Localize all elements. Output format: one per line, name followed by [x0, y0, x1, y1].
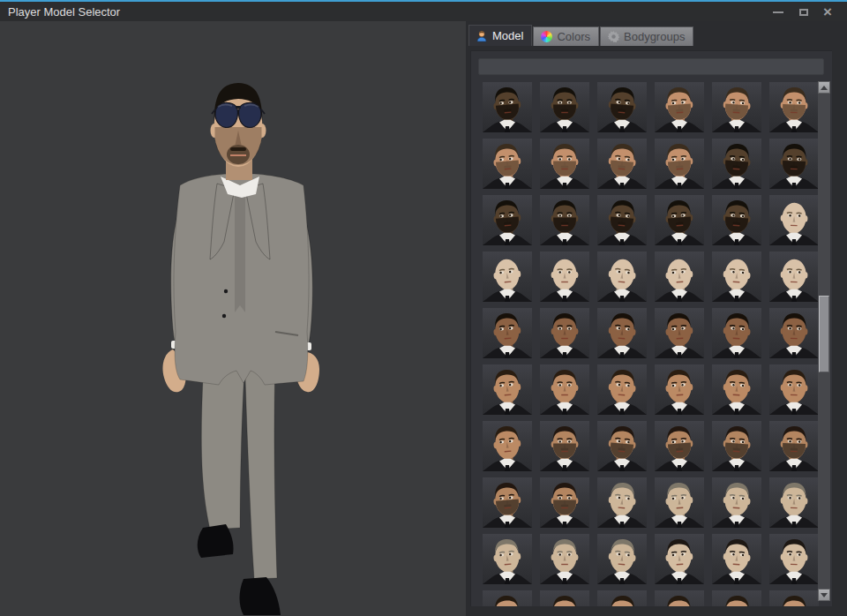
model-thumbnail[interactable] — [483, 252, 532, 302]
model-thumbnail[interactable] — [540, 252, 589, 302]
model-list-panel — [470, 50, 832, 606]
model-thumbnail[interactable] — [655, 252, 704, 302]
model-thumbnail[interactable] — [769, 252, 819, 302]
color-wheel-icon — [540, 31, 552, 43]
model-thumbnail[interactable] — [655, 82, 704, 132]
model-thumbnail[interactable] — [769, 421, 819, 471]
model-thumbnail[interactable] — [655, 534, 704, 584]
model-thumbnail[interactable] — [712, 364, 761, 415]
minimize-icon — [773, 11, 783, 13]
model-thumbnail[interactable] — [540, 308, 589, 358]
model-thumbnail[interactable] — [769, 477, 819, 528]
tab-colors-label: Colors — [557, 30, 590, 43]
model-thumbnail[interactable] — [483, 195, 532, 245]
model-thumbnail[interactable] — [769, 534, 819, 584]
scroll-up-button[interactable] — [818, 81, 830, 94]
titlebar[interactable]: Player Model Selector × — [0, 2, 847, 21]
model-thumbnail[interactable] — [597, 308, 647, 358]
model-thumbnail[interactable] — [712, 421, 761, 471]
model-thumbnail[interactable] — [769, 139, 819, 189]
model-viewport[interactable] — [0, 21, 466, 616]
model-thumbnail[interactable] — [483, 534, 532, 584]
model-thumbnail[interactable] — [483, 82, 532, 132]
model-thumbnail[interactable] — [769, 590, 819, 606]
model-thumbnail[interactable] — [712, 82, 761, 132]
scrollbar[interactable] — [818, 81, 830, 601]
model-thumbnail[interactable] — [597, 590, 647, 606]
model-thumbnail[interactable] — [540, 421, 589, 471]
scroll-down-button[interactable] — [818, 589, 830, 601]
player-model-selector-window: Player Model Selector × — [0, 0, 847, 616]
model-thumbnail[interactable] — [540, 534, 589, 584]
model-thumbnail[interactable] — [712, 308, 761, 358]
model-thumbnail[interactable] — [769, 82, 819, 132]
model-thumbnail[interactable] — [483, 477, 532, 528]
model-thumbnail[interactable] — [540, 139, 589, 189]
window-title: Player Model Selector — [8, 5, 120, 19]
model-thumbnail[interactable] — [655, 139, 704, 189]
tab-model[interactable]: Model — [468, 25, 532, 46]
model-thumbnail[interactable] — [540, 195, 589, 245]
model-thumbnail[interactable] — [655, 590, 704, 606]
model-thumbnail[interactable] — [655, 421, 704, 471]
model-thumbnail[interactable] — [540, 477, 589, 528]
model-thumbnail[interactable] — [712, 195, 761, 245]
model-thumbnail[interactable] — [655, 195, 704, 245]
triangle-down-icon — [821, 593, 828, 597]
model-thumbnail[interactable] — [712, 252, 761, 302]
model-thumbnail[interactable] — [712, 477, 761, 528]
model-thumbnail[interactable] — [655, 477, 704, 528]
model-thumbnail[interactable] — [483, 590, 532, 606]
tab-model-label: Model — [492, 29, 523, 42]
model-thumbnail[interactable] — [483, 308, 532, 358]
maximize-button[interactable] — [795, 4, 813, 20]
model-thumbnail[interactable] — [597, 252, 647, 302]
tab-colors[interactable]: Colors — [533, 26, 599, 46]
close-button[interactable]: × — [819, 4, 836, 20]
model-thumbnail[interactable] — [712, 590, 761, 606]
triangle-up-icon — [821, 86, 828, 90]
model-thumbnail[interactable] — [655, 364, 704, 415]
model-thumbnail[interactable] — [540, 364, 589, 415]
model-thumbnail[interactable] — [597, 421, 647, 471]
user-icon — [476, 30, 488, 42]
gear-icon — [607, 31, 619, 43]
model-thumbnail[interactable] — [540, 82, 589, 132]
model-thumbnail[interactable] — [597, 477, 647, 528]
model-thumbnail[interactable] — [597, 82, 647, 132]
model-thumbnail[interactable] — [597, 534, 647, 584]
close-icon: × — [823, 4, 832, 19]
scrollbar-thumb[interactable] — [819, 296, 829, 372]
model-thumbnail[interactable] — [483, 364, 532, 415]
search-input[interactable] — [478, 58, 824, 75]
model-grid — [483, 82, 819, 606]
maximize-icon — [799, 9, 808, 16]
model-thumbnail[interactable] — [769, 364, 819, 415]
model-thumbnail[interactable] — [597, 364, 647, 415]
model-thumbnail[interactable] — [597, 139, 647, 189]
model-thumbnail[interactable] — [597, 195, 647, 245]
model-thumbnail[interactable] — [769, 195, 819, 245]
tab-bodygroups[interactable]: Bodygroups — [600, 26, 693, 46]
model-thumbnail[interactable] — [655, 308, 704, 358]
model-thumbnail[interactable] — [712, 534, 761, 584]
model-thumbnail[interactable] — [712, 139, 761, 189]
model-thumbnail[interactable] — [540, 590, 589, 606]
model-thumbnail[interactable] — [483, 421, 532, 471]
model-thumbnail[interactable] — [483, 139, 532, 189]
model-thumbnail[interactable] — [769, 308, 819, 358]
player-model-3d-preview — [0, 21, 466, 616]
tab-bodygroups-label: Bodygroups — [624, 30, 685, 43]
minimize-button[interactable] — [769, 4, 787, 20]
tab-bar: Model Colors Bodygroups — [468, 25, 694, 46]
